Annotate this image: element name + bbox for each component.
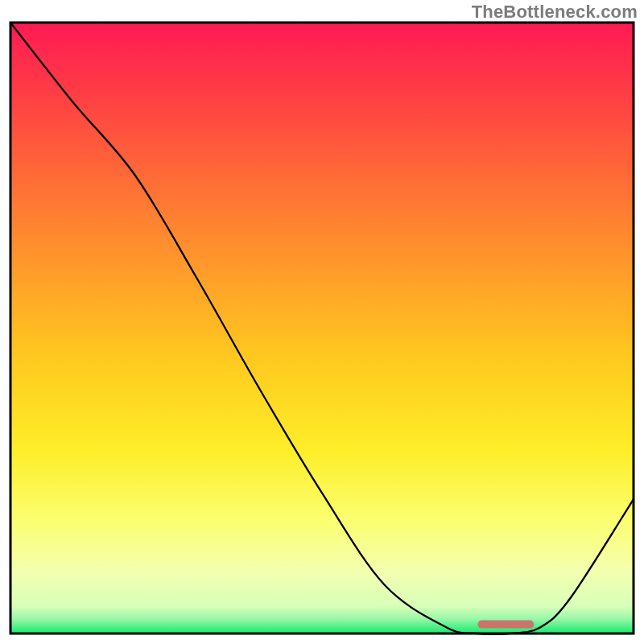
min-marker	[478, 621, 535, 629]
plot-area	[10, 23, 634, 634]
chart-container: TheBottleneck.com	[0, 0, 644, 644]
chart-svg	[0, 0, 644, 644]
